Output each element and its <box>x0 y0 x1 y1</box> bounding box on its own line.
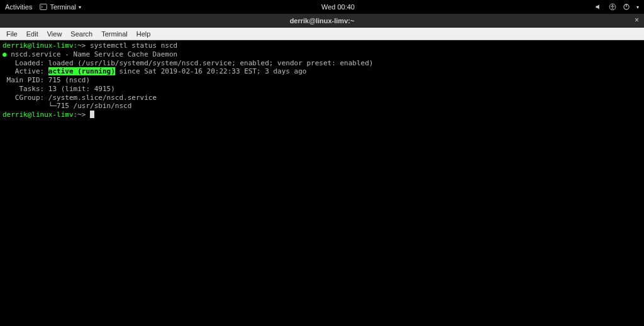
menu-view[interactable]: View <box>43 29 66 39</box>
tasks-value: 13 (limit: 4915) <box>48 85 115 93</box>
terminal-output[interactable]: derrik@linux-limv:~> systemctl status ns… <box>0 40 644 326</box>
service-header: nscd.service - Name Service Cache Daemon <box>11 50 177 58</box>
gnome-topbar: Activities Terminal ▾ Wed 00:40 ▾ <box>0 0 644 14</box>
current-app-label: Terminal <box>50 3 76 11</box>
active-since: since Sat 2019-02-16 20:22:33 EST; 3 day… <box>115 67 307 75</box>
window-title: derrik@linux-limv:~ <box>0 17 644 24</box>
cgroup-label: CGroup: <box>3 94 48 102</box>
prompt-path: ~> <box>77 41 86 50</box>
clock[interactable]: Wed 00:40 <box>81 3 595 11</box>
menu-help[interactable]: Help <box>133 29 155 39</box>
command-text: systemctl status nscd <box>86 41 177 50</box>
active-label: Active: <box>3 67 48 75</box>
svg-point-2 <box>612 4 613 6</box>
close-button[interactable]: × <box>635 16 639 24</box>
system-tray[interactable]: ▾ <box>595 3 639 11</box>
mainpid-label: Main PID: <box>3 76 48 84</box>
tasks-label: Tasks: <box>3 85 48 93</box>
terminal-menubar: File Edit View Search Terminal Help <box>0 28 644 40</box>
prompt-path: ~> <box>77 111 86 119</box>
window-titlebar[interactable]: derrik@linux-limv:~ × <box>0 14 644 28</box>
chevron-down-icon: ▾ <box>636 4 639 10</box>
menu-edit[interactable]: Edit <box>23 29 42 39</box>
activities-button[interactable]: Activities <box>5 3 32 11</box>
menu-search[interactable]: Search <box>67 29 96 39</box>
volume-icon[interactable] <box>595 3 602 11</box>
status-bullet-icon: ● <box>3 50 7 58</box>
current-app-indicator[interactable]: Terminal ▾ <box>40 3 81 11</box>
cgroup-tree: └─715 /usr/sbin/nscd <box>3 102 131 110</box>
prompt-user: derrik@linux-limv: <box>3 111 77 119</box>
prompt-user: derrik@linux-limv: <box>3 41 77 50</box>
power-icon[interactable] <box>623 3 630 11</box>
cgroup-value: /system.slice/nscd.service <box>48 94 157 102</box>
terminal-icon <box>40 3 47 11</box>
menu-file[interactable]: File <box>3 29 21 39</box>
accessibility-icon[interactable] <box>609 3 616 11</box>
active-status: active (running) <box>48 67 115 75</box>
menu-terminal[interactable]: Terminal <box>97 29 131 39</box>
loaded-value: loaded (/usr/lib/systemd/system/nscd.ser… <box>48 59 374 67</box>
loaded-label: Loaded: <box>3 59 48 67</box>
cursor-icon <box>90 111 94 118</box>
svg-rect-0 <box>40 4 47 10</box>
mainpid-value: 715 (nscd) <box>48 76 90 84</box>
